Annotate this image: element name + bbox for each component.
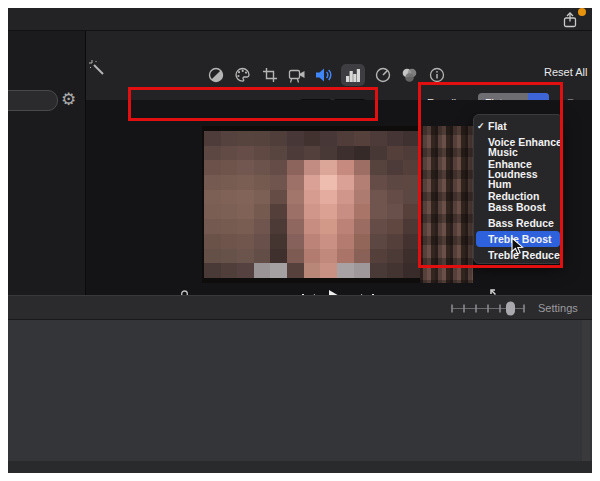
menu-item-hum-reduction[interactable]: Hum Reduction [474, 182, 562, 198]
adjust-toolbar [206, 63, 446, 87]
sidebar-field[interactable] [8, 90, 58, 111]
settings-button[interactable]: Settings [538, 302, 578, 314]
volume-icon[interactable] [314, 64, 333, 86]
crop-icon[interactable] [260, 64, 279, 86]
stabilization-icon[interactable] [287, 64, 306, 86]
left-sidebar: ⚙ [8, 31, 86, 295]
video-mosaic [204, 131, 420, 278]
menu-item-label: Flat [488, 120, 507, 132]
menu-item-label: Bass Boost [488, 201, 546, 213]
settings-strip: Settings [8, 295, 592, 320]
info-icon[interactable] [427, 64, 446, 86]
filters-icon[interactable] [400, 64, 419, 86]
enhance-wand-icon[interactable] [88, 59, 107, 78]
zoom-slider-thumb [506, 302, 515, 316]
gear-icon[interactable]: ⚙ [61, 88, 76, 112]
title-bar [8, 8, 592, 31]
video-frame [202, 126, 473, 283]
color-balance-icon[interactable] [206, 64, 225, 86]
timeline-area[interactable] [8, 320, 592, 461]
mouse-cursor [511, 237, 524, 255]
color-palette-icon[interactable] [233, 64, 252, 86]
video-background [420, 126, 473, 283]
content-area: ⚙ [8, 31, 592, 295]
menu-item-label: Bass Reduce [488, 217, 554, 229]
checkmark-icon: ✓ [477, 121, 487, 131]
share-icon[interactable] [561, 11, 579, 29]
noise-equalizer-icon[interactable] [341, 64, 365, 86]
bottom-toolbar [8, 461, 592, 473]
menu-item-bass-boost[interactable]: Bass Boost [474, 198, 562, 214]
menu-item-bass-reduce[interactable]: Bass Reduce [474, 215, 562, 231]
reset-all-button[interactable]: Reset All [544, 66, 587, 78]
record-indicator-dot [578, 8, 586, 16]
zoom-slider[interactable] [450, 301, 526, 316]
timeline-scrollbar[interactable] [582, 320, 590, 461]
speed-icon[interactable] [373, 64, 392, 86]
menu-item-flat[interactable]: ✓Flat [474, 118, 562, 134]
app-window: ⚙ [8, 8, 592, 473]
menu-item-music-enhance[interactable]: Music Enhance [474, 150, 562, 166]
